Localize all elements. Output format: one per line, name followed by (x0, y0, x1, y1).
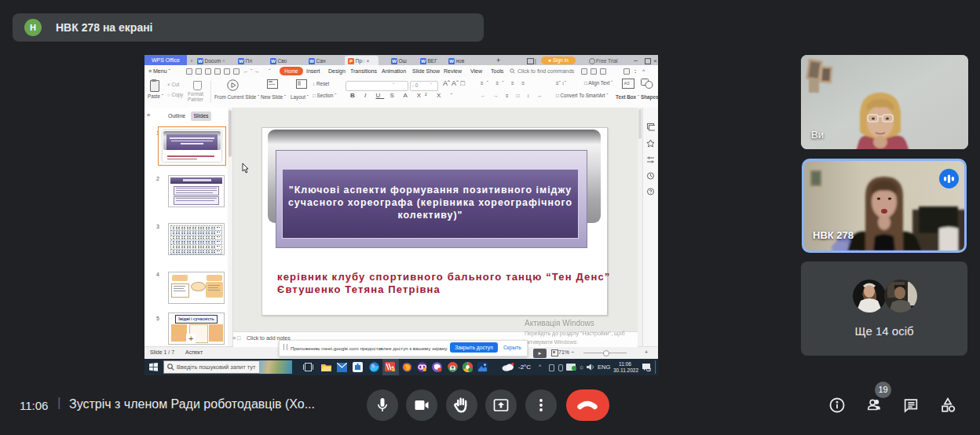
svg-text:1: 1 (648, 367, 650, 371)
svg-text:Ще 14 осіб: Ще 14 осіб (854, 324, 913, 338)
